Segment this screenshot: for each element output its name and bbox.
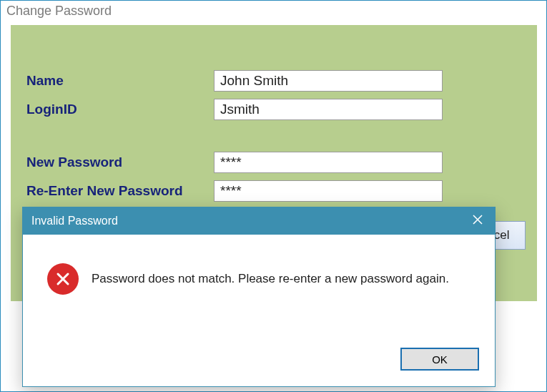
ok-button[interactable]: OK [400,348,479,371]
dialog-titlebar: Invalid Password [23,207,495,235]
row-login: LoginID [26,98,443,121]
loginid-field[interactable] [214,99,443,120]
name-label: Name [26,73,214,89]
change-password-window: Change Password Name LoginID New Passwor… [0,0,547,392]
dialog-message: Password does not match. Please re-enter… [92,272,449,286]
name-field[interactable] [214,70,443,92]
row-name: Name [26,69,443,92]
dialog-title: Invalid Password [31,215,118,227]
invalid-password-dialog: Invalid Password Password does not match… [22,207,496,387]
reenter-password-field[interactable] [214,180,443,202]
window-title: Change Password [1,1,546,23]
dialog-footer: OK [400,348,479,371]
reenter-password-label: Re-Enter New Password [26,183,214,199]
dialog-close-button[interactable] [460,207,495,235]
close-icon [473,215,483,227]
error-icon [47,263,79,295]
new-password-field[interactable] [214,152,443,173]
row-new-password: New Password [26,151,443,174]
row-reenter-password: Re-Enter New Password [26,180,443,202]
loginid-label: LoginID [26,102,214,117]
new-password-label: New Password [26,155,214,170]
dialog-body: Password does not match. Please re-enter… [23,235,495,295]
